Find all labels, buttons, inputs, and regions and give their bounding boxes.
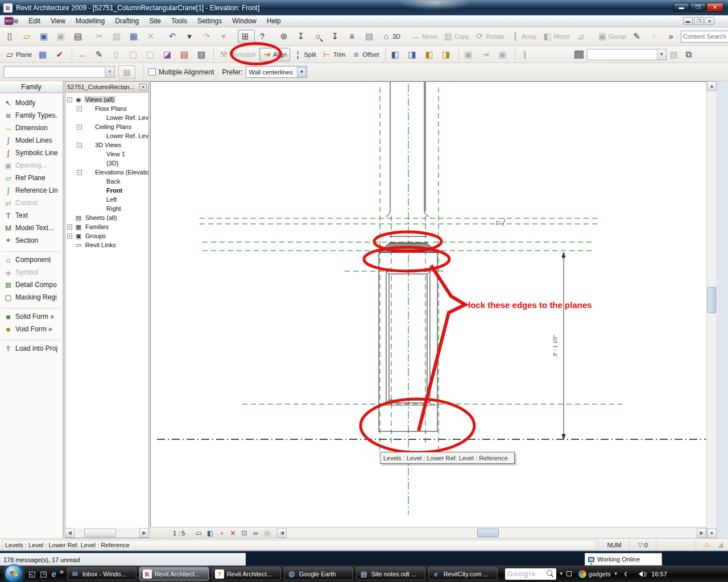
quick-launch-overflow-icon[interactable]: » xyxy=(60,568,64,576)
offset-button[interactable]: ≡Offset xyxy=(349,48,382,61)
gadgets-label[interactable]: gadgets xyxy=(589,571,611,577)
cut-geometry-button[interactable]: ◧ xyxy=(422,48,439,61)
dynamic-view-button[interactable]: ⊛ xyxy=(276,30,293,43)
wall-joins-button[interactable]: ∥ xyxy=(518,48,535,61)
join-geometry-button[interactable]: ◧ xyxy=(388,48,405,61)
print-button[interactable]: ▤ xyxy=(71,30,88,43)
chevron-down-icon[interactable]: ▼ xyxy=(614,571,618,576)
paste-button[interactable]: ▦ xyxy=(126,30,143,43)
switch-windows-icon[interactable]: ◳ xyxy=(40,569,47,578)
volume-icon[interactable]: )) xyxy=(636,571,647,577)
paint-face-button[interactable]: ▣ xyxy=(495,48,512,61)
resize-button[interactable]: ⊿ xyxy=(573,30,590,43)
minimize-button[interactable]: ▬ xyxy=(673,3,689,12)
undo-button[interactable]: ↶ xyxy=(165,30,182,43)
browser-close-icon[interactable]: ✕ xyxy=(139,84,147,90)
tree-elevations[interactable]: −Elevations (Elevation xyxy=(65,168,148,177)
task-site-notes[interactable]: ▤Site notes.odt ... xyxy=(356,567,425,580)
copy-button[interactable]: ▥ xyxy=(109,30,126,43)
tree-sheets-all[interactable]: ▤Sheets (all) xyxy=(65,213,148,222)
tree-families[interactable]: +▦Families xyxy=(65,222,148,231)
window-button[interactable]: ▢ xyxy=(143,48,160,61)
designbar-symbolic-lines[interactable]: ∫Symbolic Line xyxy=(0,147,63,159)
context-help-button[interactable]: ? xyxy=(255,30,272,43)
tree-elevation-left[interactable]: Left xyxy=(65,195,148,204)
temporary-hide-isolate-button[interactable]: ∞ xyxy=(250,528,261,538)
project-browser-toggle[interactable]: ⊞ xyxy=(238,30,255,43)
designbar-symbol[interactable]: ◈Symbol xyxy=(0,266,63,278)
content-search-input[interactable] xyxy=(683,33,728,40)
chevron-down-icon[interactable]: ▼ xyxy=(297,67,306,77)
google-desktop-search[interactable]: Google xyxy=(505,568,556,580)
internet-explorer-icon[interactable]: e xyxy=(52,569,56,579)
copy-edit-button[interactable]: ▥Copy xyxy=(441,30,473,43)
type-selector-combo[interactable]: ▼ xyxy=(3,66,115,78)
close-button[interactable]: ✕ xyxy=(706,3,723,12)
browser-scrollbar[interactable]: ◀ ▶ xyxy=(65,528,149,538)
search-icon[interactable] xyxy=(547,570,554,577)
reveal-hidden-elements-button[interactable]: ◍ xyxy=(261,528,272,538)
tree-elevation-front[interactable]: Front xyxy=(65,186,148,195)
task-revit-help[interactable]: ?Revit Architect... xyxy=(212,567,281,580)
task-revit-architecture[interactable]: RRevit Architect... xyxy=(139,567,209,580)
cut-button[interactable]: ✂ xyxy=(92,30,109,43)
tree-floorplan-lower-ref-level[interactable]: Lower Ref. Level xyxy=(65,113,148,122)
move-button[interactable]: ↔Move xyxy=(408,30,441,43)
undo-dropdown[interactable]: ▾ xyxy=(182,30,199,43)
designbar-opening[interactable]: ▣Opening... xyxy=(0,159,63,172)
chevron-down-icon[interactable]: ▼ xyxy=(657,49,666,60)
chevron-down-icon[interactable]: ▼ xyxy=(105,66,114,77)
uncut-geometry-button[interactable]: ◨ xyxy=(439,48,456,61)
task-inbox-windows-mail[interactable]: ✉Inbox - Windo... xyxy=(67,567,136,580)
menu-window[interactable]: Window xyxy=(227,16,262,26)
redo-dropdown[interactable]: ▾ xyxy=(216,30,233,43)
mini-button[interactable]: ▫ xyxy=(647,30,664,43)
scroll-right-icon[interactable]: ▶ xyxy=(697,528,706,538)
work-plane-button[interactable]: ▱Plane xyxy=(2,48,35,61)
menu-modelling[interactable]: Modelling xyxy=(71,16,110,26)
line-style-combo[interactable]: ▼ xyxy=(587,49,667,60)
tree-3d-views[interactable]: −3D Views xyxy=(65,140,148,149)
paint-button[interactable]: ◪ xyxy=(160,48,177,61)
menu-edit[interactable]: Edit xyxy=(23,16,46,26)
reference-planes[interactable] xyxy=(200,84,623,515)
tag-button[interactable]: ▯ xyxy=(109,48,126,61)
tree-3d[interactable]: {3D} xyxy=(65,159,148,168)
designbar-solid-form[interactable]: ■Solid Form » xyxy=(0,310,63,323)
tree-ceiling-plans[interactable]: −Ceiling Plans xyxy=(65,122,148,131)
detail-level-button[interactable]: ▭ xyxy=(193,528,204,538)
horizontal-scrollbar[interactable]: ◀ ▶ xyxy=(277,528,706,538)
split-button[interactable]: ¦Split xyxy=(290,48,319,61)
linework-button[interactable]: ⇥ xyxy=(478,48,495,61)
show-desktop-icon[interactable]: ◱ xyxy=(28,569,35,578)
tree-revit-links[interactable]: ▭Revit Links xyxy=(65,240,148,250)
scroll-dropdown[interactable]: ↧ xyxy=(293,30,311,43)
task-revitcity[interactable]: eRevitCity.com ... xyxy=(428,567,498,580)
toolbar-overflow-button[interactable]: » xyxy=(664,30,681,43)
color-swatch[interactable] xyxy=(574,51,584,59)
task-google-earth[interactable]: ◍Google Earth xyxy=(284,567,353,580)
demolish-button[interactable]: ⚒Demolish xyxy=(216,48,259,61)
save-button[interactable]: ▣ xyxy=(36,30,53,43)
designbar-modify[interactable]: ↖Modify xyxy=(0,97,63,109)
warning-indicator[interactable]: ⚠ xyxy=(696,540,718,550)
element-properties-button[interactable]: ▤ xyxy=(118,65,135,79)
array-button[interactable]: ∥Array xyxy=(508,30,540,43)
browser-scroll-thumb[interactable] xyxy=(84,529,116,537)
restore-button[interactable]: ❐ xyxy=(690,3,706,12)
deskbar-options-icon[interactable] xyxy=(566,571,572,576)
default-3d-view-button[interactable]: ⌂3D xyxy=(379,30,404,43)
zoom-button[interactable]: ○ xyxy=(311,30,328,43)
drawing-area[interactable]: 3' - 1 1/2" 1" lock these edges to the p… xyxy=(150,81,706,527)
model-graphics-style-button[interactable]: ◧ xyxy=(204,528,216,538)
spelling-button[interactable]: ✔ xyxy=(52,48,69,61)
shading-button[interactable]: ▧ xyxy=(362,30,379,43)
collapse-tray-icon[interactable]: ❮ xyxy=(624,571,628,576)
menu-view[interactable]: View xyxy=(46,16,71,26)
group-button[interactable]: ▣Group xyxy=(595,30,630,43)
open-book-button[interactable]: ▤ xyxy=(177,48,194,61)
delete-button[interactable]: ✕ xyxy=(143,30,160,43)
designbar-component[interactable]: ⌂Component xyxy=(0,253,63,266)
tree-floor-plans[interactable]: −Floor Plans xyxy=(65,104,148,113)
image-button[interactable]: ▧ xyxy=(667,48,681,61)
